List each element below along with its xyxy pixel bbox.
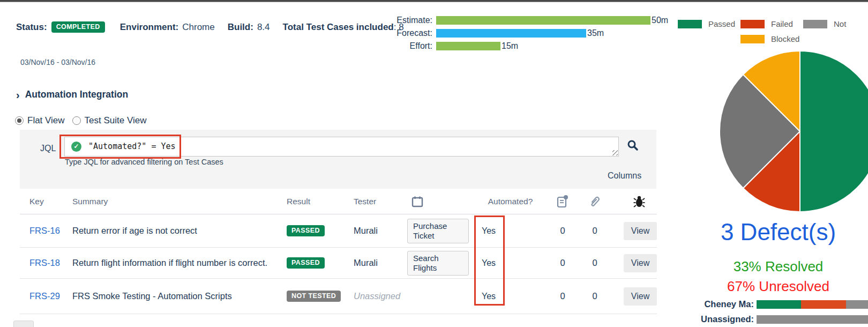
jql-label: JQL [40, 144, 56, 153]
issue-key-link[interactable]: FRS-29 [29, 291, 72, 301]
forecast-bar-row: Forecast: 35m [393, 29, 668, 38]
phase-chip: Search Flights [407, 251, 469, 276]
table-row: FRS-18 Return flight information if flig… [20, 248, 657, 279]
jql-helper-text: Type JQL for advanced filtering on Test … [65, 158, 223, 166]
annotation-box-automated-column [474, 215, 505, 306]
environment-value: Chrome [182, 22, 214, 33]
radio-unselected-icon[interactable] [72, 116, 81, 125]
build-label: Build: [228, 22, 253, 33]
effort-label: Effort: [393, 41, 432, 51]
pie-legend: Passed Failed Not Blocked [678, 19, 866, 49]
clipped-next-section-element [13, 321, 34, 327]
section-title-text: Automation Integration [25, 89, 128, 100]
assignee-defect-row: Cheney Ma: [694, 299, 868, 309]
effort-bars-chart: Estimate: 50m Forecast: 35m Effort: 15m [393, 16, 668, 50]
table-header-row: Key Summary Result Tester Automated? [20, 189, 657, 214]
result-badge: PASSED [287, 257, 325, 269]
comments-count: 0 [547, 226, 579, 236]
assignee-defect-row: Unassigned: [694, 314, 868, 324]
radio-selected-icon[interactable] [15, 116, 24, 125]
defects-title: 3 Defect(s) [686, 219, 868, 246]
forecast-label: Forecast: [393, 28, 432, 38]
forecast-bar [436, 29, 586, 38]
comments-icon [556, 195, 569, 209]
header-automated[interactable]: Automated? [474, 197, 547, 206]
view-button[interactable]: View [624, 287, 657, 306]
effort-value: 15m [502, 41, 518, 51]
legend-item-passed: Passed [678, 19, 740, 28]
passed-label: Passed [708, 19, 735, 28]
status-label: Status: [16, 22, 47, 33]
bug-icon [633, 195, 645, 208]
comments-count: 0 [547, 258, 579, 268]
blocked-swatch [740, 35, 765, 43]
header-key[interactable]: Key [29, 197, 72, 206]
assignee-label: Cheney Ma: [694, 299, 754, 309]
estimate-value: 50m [652, 16, 668, 25]
assignee-defect-bar [757, 300, 868, 309]
summary-text: Return error if age is not correct [72, 225, 287, 236]
tester-name: Unassigned [354, 291, 407, 301]
summary-text: FRS Smoke Testing - Automation Scripts [72, 290, 287, 302]
execution-status-pie-chart [717, 48, 868, 214]
radio-test-suite-view[interactable]: Test Suite View [72, 115, 147, 126]
blocked-label: Blocked [771, 34, 799, 43]
header-summary[interactable]: Summary [72, 197, 287, 206]
passed-swatch [678, 20, 702, 28]
section-automation-integration[interactable]: › Automation Integration [16, 89, 128, 100]
status-badge: COMPLETED [51, 21, 105, 33]
flat-view-label: Flat View [27, 115, 65, 126]
attachments-count: 0 [579, 258, 611, 268]
radio-flat-view[interactable]: Flat View [15, 115, 65, 126]
calendar-icon [407, 196, 423, 207]
result-badge: PASSED [287, 225, 325, 236]
estimate-bar-row: Estimate: 50m [393, 16, 668, 25]
chevron-right-icon: › [16, 90, 20, 100]
total-test-cases-label: Total Test Cases included [283, 22, 394, 33]
table-row: FRS-16 Return error if age is not correc… [20, 214, 657, 248]
estimate-bar [436, 16, 650, 25]
not-tested-swatch [803, 20, 827, 28]
execution-status-header: Status: COMPLETED Environment: Chrome Bu… [16, 21, 404, 33]
textarea-resize-grip[interactable] [612, 150, 618, 155]
tester-name: Murali [354, 258, 407, 268]
failed-label: Failed [771, 19, 793, 28]
issue-key-link[interactable]: FRS-18 [29, 258, 72, 268]
defects-resolved-text: 33% Resolved [686, 258, 868, 275]
issue-key-link[interactable]: FRS-16 [29, 226, 72, 236]
legend-item-blocked: Blocked [740, 34, 803, 43]
table-row: FRS-29 FRS Smoke Testing - Automation Sc… [20, 279, 657, 314]
annotation-box-jql-query [59, 135, 181, 159]
failed-swatch [740, 20, 765, 28]
search-icon[interactable] [627, 139, 639, 151]
estimate-label: Estimate: [393, 16, 432, 25]
test-cases-table: Key Summary Result Tester Automated? [20, 189, 657, 314]
date-range: 03/Nov/16 - 03/Nov/16 [20, 58, 95, 66]
effort-bar [436, 42, 500, 50]
attachments-count: 0 [579, 226, 611, 236]
window-top-strip [0, 0, 868, 2]
header-tester[interactable]: Tester [354, 197, 407, 206]
header-result[interactable]: Result [287, 197, 354, 206]
legend-item-not-tested: Not [803, 19, 866, 28]
legend-item-failed: Failed [740, 19, 803, 28]
view-button[interactable]: View [624, 254, 657, 272]
comments-count: 0 [547, 291, 579, 301]
assignee-defect-bar [757, 315, 868, 324]
defects-unresolved-text: 67% Unresolved [686, 278, 868, 295]
forecast-value: 35m [587, 28, 604, 38]
view-toggle: Flat View Test Suite View [15, 115, 154, 126]
test-suite-view-label: Test Suite View [85, 115, 147, 126]
build-value: 8.4 [257, 22, 270, 33]
not-tested-label: Not [834, 19, 846, 28]
assignee-label: Unassigned: [694, 314, 754, 324]
page: Status: COMPLETED Environment: Chrome Bu… [0, 0, 868, 327]
effort-bar-row: Effort: 15m [393, 42, 668, 50]
environment-label: Environment: [120, 22, 179, 33]
view-button[interactable]: View [624, 222, 657, 240]
phase-chip: Purchase Ticket [407, 219, 469, 243]
tester-name: Murali [354, 226, 407, 236]
columns-button[interactable]: Columns [608, 171, 641, 181]
summary-text: Return flight information if flight numb… [72, 257, 287, 269]
attachment-paperclip-icon [589, 195, 601, 208]
